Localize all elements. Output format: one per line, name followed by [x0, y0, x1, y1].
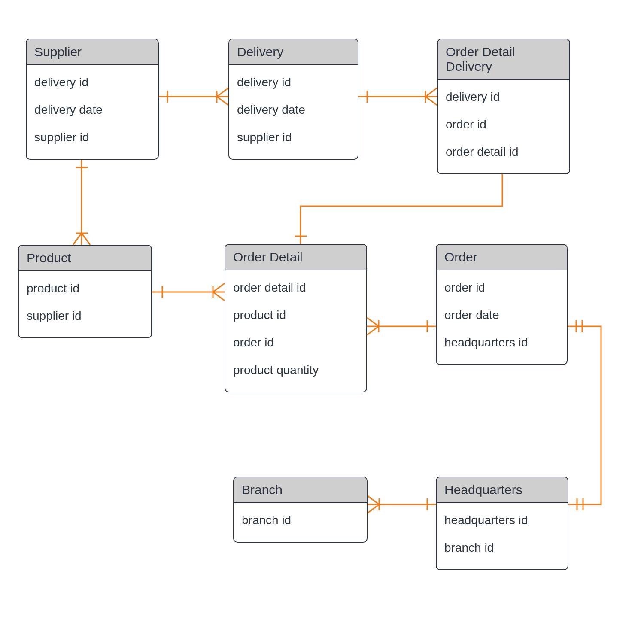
svg-line-17 — [213, 283, 225, 292]
svg-line-7 — [425, 88, 437, 97]
entity-title: Order Detail Delivery — [438, 39, 569, 80]
entity-title: Delivery — [229, 39, 358, 65]
field: order detail id — [233, 274, 358, 301]
field: product quantity — [233, 356, 358, 384]
entity-fields: product id supplier id — [19, 271, 151, 337]
svg-line-36 — [368, 504, 379, 513]
entity-fields: delivery id order id order detail id — [438, 80, 569, 173]
field: supplier id — [237, 124, 350, 151]
field: branch id — [444, 534, 560, 562]
field: supplier id — [27, 302, 143, 330]
entity-delivery[interactable]: Delivery delivery id delivery date suppl… — [228, 39, 358, 160]
field: order date — [444, 301, 559, 329]
entity-fields: branch id — [234, 503, 367, 542]
entity-title: Supplier — [27, 39, 158, 65]
entity-title: Order — [437, 245, 567, 270]
field: headquarters id — [444, 507, 560, 534]
entity-order[interactable]: Order order id order date headquarters i… — [436, 244, 568, 365]
field: supplier id — [34, 124, 150, 151]
entity-fields: order id order date headquarters id — [437, 270, 567, 364]
field: delivery id — [446, 83, 562, 111]
svg-line-12 — [73, 233, 82, 245]
field: order id — [444, 274, 559, 301]
entity-fields: delivery id delivery date supplier id — [229, 65, 358, 159]
entity-title: Product — [19, 246, 151, 271]
svg-line-8 — [425, 97, 437, 105]
field: product id — [27, 275, 143, 302]
entity-product[interactable]: Product product id supplier id — [18, 245, 152, 338]
entity-branch[interactable]: Branch branch id — [233, 477, 368, 543]
field: product id — [233, 301, 358, 329]
field: headquarters id — [444, 329, 559, 356]
svg-line-13 — [82, 233, 90, 245]
entity-fields: headquarters id branch id — [437, 503, 568, 569]
field: delivery date — [34, 96, 150, 124]
entity-fields: delivery id delivery date supplier id — [27, 65, 158, 159]
field: order id — [233, 329, 358, 356]
field: delivery id — [34, 69, 150, 96]
field: delivery date — [237, 96, 350, 124]
field: branch id — [242, 507, 359, 534]
svg-line-3 — [217, 97, 228, 105]
svg-line-26 — [367, 318, 379, 326]
entity-headquarters[interactable]: Headquarters headquarters id branch id — [436, 477, 568, 570]
svg-line-18 — [213, 292, 225, 301]
field: order id — [446, 111, 562, 138]
entity-order-detail[interactable]: Order Detail order detail id product id … — [225, 244, 367, 392]
entity-title: Headquarters — [437, 477, 568, 503]
entity-fields: order detail id product id order id prod… — [225, 270, 366, 392]
entity-order-detail-delivery[interactable]: Order Detail Delivery delivery id order … — [437, 39, 570, 174]
svg-line-27 — [367, 326, 379, 335]
entity-supplier[interactable]: Supplier delivery id delivery date suppl… — [26, 39, 159, 160]
entity-title: Branch — [234, 477, 367, 503]
svg-line-35 — [368, 496, 379, 504]
entity-title: Order Detail — [225, 245, 366, 270]
field: delivery id — [237, 69, 350, 96]
svg-line-2 — [217, 88, 228, 97]
field: order detail id — [446, 138, 562, 166]
